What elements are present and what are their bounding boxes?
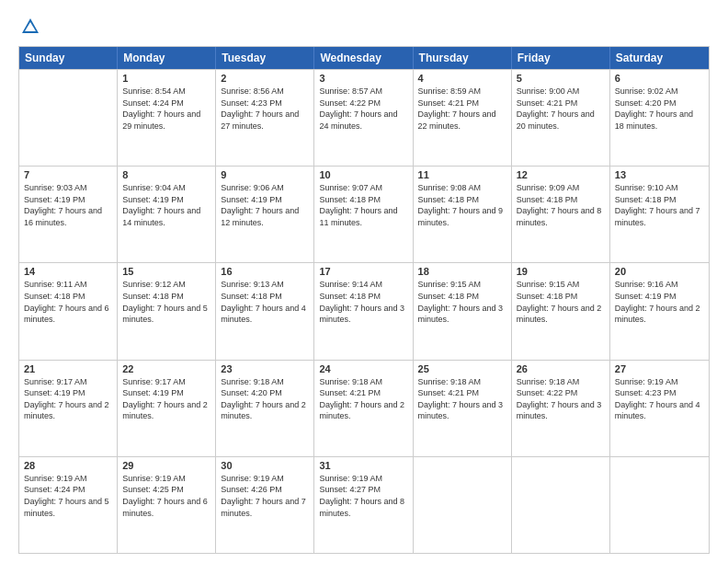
- logo: [18, 17, 40, 37]
- calendar-row-3: 21Sunrise: 9:17 AM Sunset: 4:19 PM Dayli…: [19, 360, 709, 456]
- cell-info: Sunrise: 9:19 AM Sunset: 4:23 PM Dayligh…: [615, 376, 704, 422]
- calendar-cell: 15Sunrise: 9:12 AM Sunset: 4:18 PM Dayli…: [118, 263, 216, 359]
- calendar-cell: 11Sunrise: 9:08 AM Sunset: 4:18 PM Dayli…: [414, 167, 512, 262]
- cell-info: Sunrise: 9:13 AM Sunset: 4:18 PM Dayligh…: [221, 279, 309, 325]
- header-day-saturday: Saturday: [610, 47, 709, 69]
- calendar-cell: 27Sunrise: 9:19 AM Sunset: 4:23 PM Dayli…: [610, 361, 709, 456]
- cell-info: Sunrise: 8:56 AM Sunset: 4:23 PM Dayligh…: [221, 86, 309, 132]
- cell-day-number: 28: [24, 460, 112, 471]
- calendar-cell: 20Sunrise: 9:16 AM Sunset: 4:19 PM Dayli…: [610, 263, 709, 359]
- cell-day-number: 3: [319, 73, 407, 84]
- calendar: SundayMondayTuesdayWednesdayThursdayFrid…: [18, 46, 710, 554]
- cell-day-number: 2: [221, 73, 309, 84]
- cell-day-number: 30: [221, 460, 309, 471]
- calendar-cell: [19, 70, 118, 166]
- header-day-sunday: Sunday: [19, 47, 118, 69]
- calendar-cell: 2Sunrise: 8:56 AM Sunset: 4:23 PM Daylig…: [216, 70, 314, 166]
- calendar-cell: 5Sunrise: 9:00 AM Sunset: 4:21 PM Daylig…: [512, 70, 610, 166]
- cell-day-number: 4: [418, 73, 506, 84]
- cell-info: Sunrise: 9:18 AM Sunset: 4:20 PM Dayligh…: [221, 376, 309, 422]
- cell-info: Sunrise: 8:59 AM Sunset: 4:21 PM Dayligh…: [418, 86, 506, 132]
- calendar-row-0: 1Sunrise: 8:54 AM Sunset: 4:24 PM Daylig…: [19, 69, 709, 166]
- header-day-thursday: Thursday: [414, 47, 512, 69]
- calendar-cell: 29Sunrise: 9:19 AM Sunset: 4:25 PM Dayli…: [118, 457, 216, 553]
- calendar-cell: 10Sunrise: 9:07 AM Sunset: 4:18 PM Dayli…: [314, 167, 413, 262]
- header-day-friday: Friday: [512, 47, 610, 69]
- cell-info: Sunrise: 9:10 AM Sunset: 4:18 PM Dayligh…: [615, 182, 704, 228]
- cell-info: Sunrise: 9:09 AM Sunset: 4:18 PM Dayligh…: [517, 182, 605, 228]
- cell-day-number: 14: [24, 266, 112, 277]
- cell-info: Sunrise: 9:08 AM Sunset: 4:18 PM Dayligh…: [418, 182, 506, 228]
- cell-day-number: 16: [221, 266, 309, 277]
- cell-info: Sunrise: 9:15 AM Sunset: 4:18 PM Dayligh…: [517, 279, 605, 325]
- calendar-cell: 7Sunrise: 9:03 AM Sunset: 4:19 PM Daylig…: [19, 167, 118, 262]
- cell-day-number: 8: [122, 169, 210, 180]
- cell-info: Sunrise: 9:19 AM Sunset: 4:26 PM Dayligh…: [221, 473, 309, 519]
- cell-info: Sunrise: 9:12 AM Sunset: 4:18 PM Dayligh…: [122, 279, 210, 325]
- header-day-wednesday: Wednesday: [314, 47, 413, 69]
- calendar-row-2: 14Sunrise: 9:11 AM Sunset: 4:18 PM Dayli…: [19, 262, 709, 359]
- calendar-cell: 23Sunrise: 9:18 AM Sunset: 4:20 PM Dayli…: [216, 361, 314, 456]
- calendar-cell: 21Sunrise: 9:17 AM Sunset: 4:19 PM Dayli…: [19, 361, 118, 456]
- cell-info: Sunrise: 9:04 AM Sunset: 4:19 PM Dayligh…: [122, 182, 210, 228]
- cell-day-number: 24: [319, 363, 407, 374]
- cell-day-number: 7: [24, 169, 112, 180]
- calendar-cell: [610, 457, 709, 553]
- calendar-cell: 16Sunrise: 9:13 AM Sunset: 4:18 PM Dayli…: [216, 263, 314, 359]
- cell-day-number: 25: [418, 363, 506, 374]
- calendar-cell: 13Sunrise: 9:10 AM Sunset: 4:18 PM Dayli…: [610, 167, 709, 262]
- cell-info: Sunrise: 9:18 AM Sunset: 4:21 PM Dayligh…: [418, 376, 506, 422]
- cell-info: Sunrise: 9:19 AM Sunset: 4:27 PM Dayligh…: [319, 473, 407, 519]
- calendar-cell: [414, 457, 512, 553]
- cell-day-number: 9: [221, 169, 309, 180]
- cell-info: Sunrise: 9:17 AM Sunset: 4:19 PM Dayligh…: [24, 376, 112, 422]
- cell-info: Sunrise: 9:18 AM Sunset: 4:21 PM Dayligh…: [319, 376, 407, 422]
- cell-day-number: 31: [319, 460, 407, 471]
- cell-info: Sunrise: 9:15 AM Sunset: 4:18 PM Dayligh…: [418, 279, 506, 325]
- calendar-cell: 4Sunrise: 8:59 AM Sunset: 4:21 PM Daylig…: [414, 70, 512, 166]
- cell-day-number: 17: [319, 266, 407, 277]
- calendar-header: SundayMondayTuesdayWednesdayThursdayFrid…: [19, 47, 709, 69]
- calendar-cell: 1Sunrise: 8:54 AM Sunset: 4:24 PM Daylig…: [118, 70, 216, 166]
- calendar-cell: 25Sunrise: 9:18 AM Sunset: 4:21 PM Dayli…: [414, 361, 512, 456]
- calendar-body: 1Sunrise: 8:54 AM Sunset: 4:24 PM Daylig…: [19, 69, 709, 553]
- cell-info: Sunrise: 9:19 AM Sunset: 4:25 PM Dayligh…: [122, 473, 210, 519]
- cell-info: Sunrise: 9:00 AM Sunset: 4:21 PM Dayligh…: [517, 86, 605, 132]
- cell-day-number: 10: [319, 169, 407, 180]
- cell-info: Sunrise: 9:03 AM Sunset: 4:19 PM Dayligh…: [24, 182, 112, 228]
- cell-day-number: 22: [122, 363, 210, 374]
- calendar-cell: 24Sunrise: 9:18 AM Sunset: 4:21 PM Dayli…: [314, 361, 413, 456]
- calendar-cell: 30Sunrise: 9:19 AM Sunset: 4:26 PM Dayli…: [216, 457, 314, 553]
- calendar-cell: 28Sunrise: 9:19 AM Sunset: 4:24 PM Dayli…: [19, 457, 118, 553]
- calendar-cell: 18Sunrise: 9:15 AM Sunset: 4:18 PM Dayli…: [414, 263, 512, 359]
- cell-day-number: 1: [122, 73, 210, 84]
- cell-info: Sunrise: 9:16 AM Sunset: 4:19 PM Dayligh…: [615, 279, 704, 325]
- cell-day-number: 13: [615, 169, 704, 180]
- cell-day-number: 19: [517, 266, 605, 277]
- cell-day-number: 26: [517, 363, 605, 374]
- calendar-cell: 22Sunrise: 9:17 AM Sunset: 4:19 PM Dayli…: [118, 361, 216, 456]
- cell-info: Sunrise: 9:17 AM Sunset: 4:19 PM Dayligh…: [122, 376, 210, 422]
- cell-day-number: 18: [418, 266, 506, 277]
- calendar-cell: 26Sunrise: 9:18 AM Sunset: 4:22 PM Dayli…: [512, 361, 610, 456]
- cell-day-number: 6: [615, 73, 704, 84]
- calendar-cell: 9Sunrise: 9:06 AM Sunset: 4:19 PM Daylig…: [216, 167, 314, 262]
- cell-day-number: 21: [24, 363, 112, 374]
- calendar-cell: 6Sunrise: 9:02 AM Sunset: 4:20 PM Daylig…: [610, 70, 709, 166]
- header-day-tuesday: Tuesday: [216, 47, 314, 69]
- calendar-cell: 17Sunrise: 9:14 AM Sunset: 4:18 PM Dayli…: [314, 263, 413, 359]
- calendar-cell: [512, 457, 610, 553]
- calendar-row-4: 28Sunrise: 9:19 AM Sunset: 4:24 PM Dayli…: [19, 456, 709, 553]
- calendar-cell: 31Sunrise: 9:19 AM Sunset: 4:27 PM Dayli…: [314, 457, 413, 553]
- cell-day-number: 11: [418, 169, 506, 180]
- cell-day-number: 12: [517, 169, 605, 180]
- cell-info: Sunrise: 9:07 AM Sunset: 4:18 PM Dayligh…: [319, 182, 407, 228]
- logo-icon: [20, 17, 40, 37]
- calendar-cell: 19Sunrise: 9:15 AM Sunset: 4:18 PM Dayli…: [512, 263, 610, 359]
- cell-day-number: 5: [517, 73, 605, 84]
- cell-day-number: 15: [122, 266, 210, 277]
- calendar-row-1: 7Sunrise: 9:03 AM Sunset: 4:19 PM Daylig…: [19, 166, 709, 262]
- cell-day-number: 27: [615, 363, 704, 374]
- calendar-cell: 8Sunrise: 9:04 AM Sunset: 4:19 PM Daylig…: [118, 167, 216, 262]
- cell-day-number: 23: [221, 363, 309, 374]
